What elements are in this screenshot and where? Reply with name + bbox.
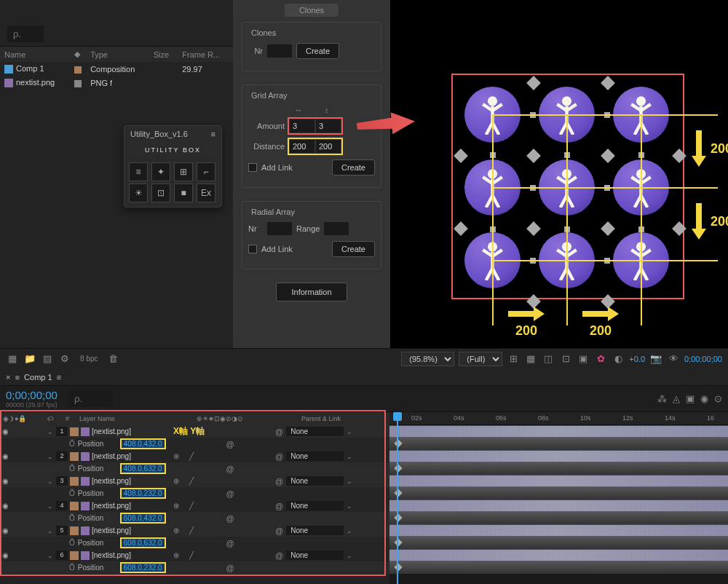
position-value[interactable]: 408.0,232.0: [122, 489, 165, 497]
position-value[interactable]: 408.0,632.0: [122, 465, 165, 473]
property-track[interactable]: [389, 537, 728, 549]
guides-icon[interactable]: ▦: [524, 352, 537, 366]
motion-blur-icon[interactable]: ◉: [700, 393, 708, 404]
comp-icon[interactable]: ▨: [41, 352, 54, 366]
radial-nr-input[interactable]: [267, 222, 292, 235]
visibility-icon[interactable]: ◉: [0, 502, 11, 510]
zoom-select[interactable]: (95.8%): [401, 352, 454, 366]
collapse-icon[interactable]: ⌄: [47, 478, 56, 485]
pickwhip-icon[interactable]: @: [226, 564, 234, 572]
timeline-search-input[interactable]: [68, 390, 112, 407]
chevron-down-icon[interactable]: ⌄: [347, 428, 352, 435]
playhead[interactable]: [397, 412, 398, 584]
label-color[interactable]: [70, 452, 79, 461]
keyframe-icon[interactable]: [394, 513, 402, 521]
composition-preview[interactable]: 200 200 200 200: [390, 0, 728, 348]
layer-name[interactable]: [nextist.png]: [92, 427, 170, 435]
layer-name[interactable]: [nextist.png]: [92, 477, 170, 485]
label-color[interactable]: [70, 551, 79, 560]
pickwhip-icon[interactable]: @: [226, 539, 234, 548]
pickwhip-icon[interactable]: @: [275, 551, 283, 560]
clones-create-button[interactable]: Create: [296, 43, 339, 59]
layer-track-bar[interactable]: [389, 549, 728, 561]
position-value[interactable]: 608.0,432.0: [122, 514, 165, 522]
property-track[interactable]: [389, 438, 728, 450]
pickwhip-icon[interactable]: @: [226, 489, 234, 498]
grid-create-button[interactable]: Create: [332, 159, 375, 175]
visibility-icon[interactable]: ◉: [0, 477, 11, 485]
stopwatch-icon[interactable]: Ŏ: [69, 539, 75, 547]
project-item-comp[interactable]: Comp 1 Composition 29.97: [0, 62, 233, 76]
utility-box-panel[interactable]: Utility_Box_v1.6 ≡ UTILITY BOX ≡ ✦ ⊞ ⌐ ☀…: [124, 125, 222, 208]
mask-icon[interactable]: ◫: [542, 352, 555, 366]
col-name[interactable]: Name: [0, 47, 70, 63]
project-item-png[interactable]: nextist.png PNG f: [0, 76, 233, 90]
collapse-icon[interactable]: ⌄: [47, 502, 56, 510]
collapse-icon[interactable]: ⌄: [47, 527, 56, 534]
position-property-row[interactable]: Ŏ Position 408.0,232.0 @: [0, 487, 389, 500]
label-color[interactable]: [70, 502, 79, 510]
position-value[interactable]: 608.0,232.0: [122, 564, 165, 572]
project-search-input[interactable]: [7, 25, 44, 42]
layer-switches[interactable]: ⊕ ╱: [170, 477, 272, 485]
label-color[interactable]: [70, 427, 79, 436]
property-track[interactable]: [389, 561, 728, 574]
timecode[interactable]: 0;00;00;00: [6, 389, 58, 401]
layer-name[interactable]: [nextist.png]: [92, 452, 170, 460]
pickwhip-icon[interactable]: @: [275, 427, 283, 436]
visibility-icon[interactable]: ◉: [0, 526, 11, 534]
exposure-value[interactable]: +0.0: [629, 355, 645, 363]
layer-track-bar[interactable]: [389, 524, 728, 537]
layer-row[interactable]: ◉ ⌄ 1 [nextist.png] X軸 Y軸 @ None ⌄: [0, 425, 389, 438]
show-snapshot-icon[interactable]: 👁: [667, 352, 680, 366]
col-type[interactable]: Type: [86, 47, 149, 63]
chevron-down-icon[interactable]: ⌄: [347, 552, 352, 559]
layer-name[interactable]: [nextist.png]: [92, 526, 170, 534]
parent-select[interactable]: None: [286, 451, 344, 461]
property-track[interactable]: [389, 462, 728, 475]
tab-menu-icon[interactable]: ≡: [57, 373, 61, 382]
utility-align-icon[interactable]: ≡: [129, 162, 148, 181]
position-property-row[interactable]: Ŏ Position 608.0,232.0 @: [0, 561, 389, 574]
close-tab-icon[interactable]: ×: [6, 373, 10, 382]
exposure-icon[interactable]: ◐: [612, 352, 625, 366]
stopwatch-icon[interactable]: Ŏ: [69, 489, 75, 497]
clones-tab[interactable]: Clones: [285, 4, 339, 17]
amount-x-input[interactable]: [290, 119, 314, 133]
layer-row[interactable]: ◉ ⌄ 5 [nextist.png] ⊕ ╱ @ None ⌄: [0, 524, 389, 537]
region-icon[interactable]: ⊡: [559, 352, 572, 366]
preview-time[interactable]: 0;00;00;00: [684, 355, 722, 363]
utility-grid-icon[interactable]: ⊞: [174, 162, 193, 181]
stopwatch-icon[interactable]: Ŏ: [69, 465, 75, 473]
utility-squares-icon[interactable]: ⊡: [151, 184, 170, 202]
comp-tab[interactable]: Comp 1: [24, 373, 52, 382]
layer-row[interactable]: ◉ ⌄ 4 [nextist.png] ⊕ ╱ @ None ⌄: [0, 500, 389, 512]
position-value[interactable]: 608.0,632.0: [122, 539, 165, 547]
layer-switches[interactable]: ⊕ ╱: [170, 526, 272, 534]
collapse-icon[interactable]: ⌄: [47, 552, 56, 559]
property-track[interactable]: [389, 487, 728, 500]
utility-sun-icon[interactable]: ☀: [129, 184, 148, 202]
distance-x-input[interactable]: [290, 140, 314, 153]
keyframe-icon[interactable]: [394, 563, 402, 571]
brain-icon[interactable]: ⊙: [714, 393, 722, 404]
bpc-label[interactable]: 8 bpc: [76, 353, 102, 364]
layer-name[interactable]: [nextist.png]: [92, 551, 170, 559]
pickwhip-icon[interactable]: @: [226, 465, 234, 473]
chevron-down-icon[interactable]: ⌄: [347, 502, 352, 510]
utility-ex-icon[interactable]: Ex: [197, 184, 215, 202]
quality-select[interactable]: (Full): [459, 352, 502, 366]
keyframe-icon[interactable]: [394, 439, 402, 447]
utility-anchor-icon[interactable]: ✦: [151, 162, 170, 181]
visibility-icon[interactable]: ◉: [0, 452, 11, 460]
layer-track-bar[interactable]: [389, 450, 728, 462]
collapse-icon[interactable]: ⌄: [47, 453, 56, 460]
position-value[interactable]: 408.0,432.0: [122, 440, 165, 448]
collapse-icon[interactable]: ⌄: [47, 428, 56, 435]
stopwatch-icon[interactable]: Ŏ: [69, 564, 75, 572]
position-property-row[interactable]: Ŏ Position 408.0,632.0 @: [0, 462, 389, 475]
parent-select[interactable]: None: [286, 501, 344, 510]
radial-range-input[interactable]: [324, 222, 349, 235]
layer-switches[interactable]: ⊕ ╱: [170, 551, 272, 559]
parent-select[interactable]: None: [286, 427, 344, 436]
